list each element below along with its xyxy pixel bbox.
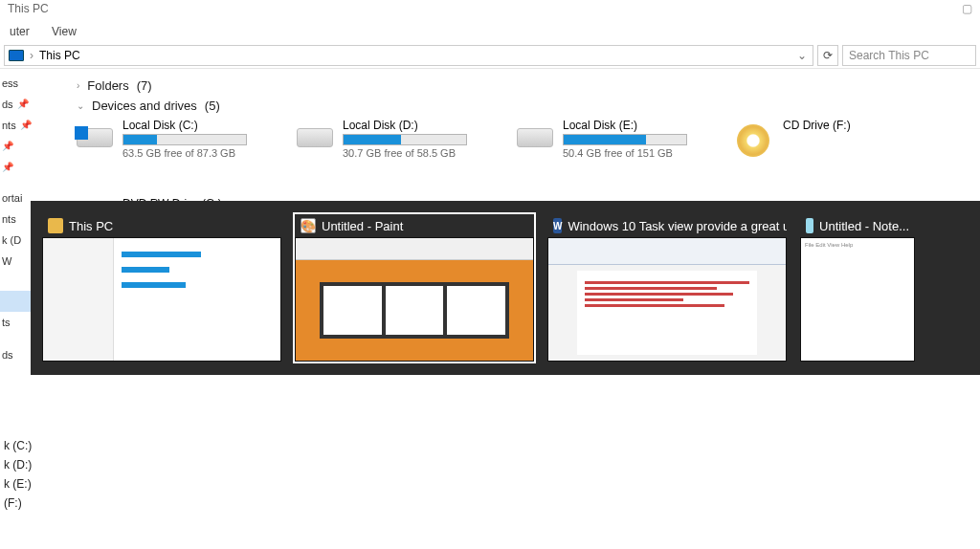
- chevron-right-icon: ›: [77, 80, 79, 91]
- search-placeholder: Search This PC: [849, 49, 929, 62]
- taskview-item-word[interactable]: W Windows 10 Task view provide a great u…: [547, 214, 787, 362]
- chevron-down-icon[interactable]: ⌄: [795, 49, 809, 62]
- drive-usage-bar: [563, 134, 687, 145]
- sidebar-item[interactable]: ess: [0, 73, 48, 94]
- drive-item-d[interactable]: Local Disk (D:) 30.7 GB free of 58.5 GB: [297, 119, 488, 159]
- tab-computer[interactable]: uter: [0, 22, 39, 41]
- drive-free-text: 30.7 GB free of 58.5 GB: [343, 147, 467, 159]
- address-row: › This PC ⌄ ⟳ Search This PC: [0, 42, 980, 69]
- drive-free-text: 63.5 GB free of 87.3 GB: [122, 147, 247, 159]
- pin-icon: 📌: [17, 94, 29, 115]
- drive-usage-bar: [343, 134, 467, 145]
- breadcrumb-sep: ›: [30, 49, 33, 62]
- window-title: This PC: [8, 2, 49, 19]
- taskview-title: Untitled - Note...: [819, 219, 909, 233]
- drive-name: Local Disk (C:): [122, 119, 247, 132]
- taskview-title: Windows 10 Task view provide a great use…: [568, 219, 787, 233]
- taskview-thumbnail: [547, 237, 787, 362]
- drive-name: CD Drive (F:): [783, 119, 851, 132]
- sidebar-item[interactable]: (F:): [0, 494, 32, 513]
- taskview-thumbnail: [42, 237, 281, 362]
- sidebar-lower: k (C:) k (D:) k (E:) (F:): [0, 436, 32, 513]
- pin-icon: 📌: [2, 136, 13, 157]
- taskview-item-notepad[interactable]: Untitled - Note... File Edit View Help: [800, 214, 915, 362]
- section-devices[interactable]: ⌄ Devices and drives (5): [77, 99, 974, 113]
- ribbon-tabs: uter View: [0, 21, 980, 42]
- drive-icon: [77, 124, 113, 151]
- sidebar-item[interactable]: 📌: [0, 136, 48, 157]
- refresh-button[interactable]: ⟳: [817, 45, 838, 66]
- sidebar-item[interactable]: ds📌: [0, 94, 48, 115]
- task-view-overlay: This PC 🎨 Untitled - Paint W Windows 10 …: [31, 201, 980, 375]
- section-count: (5): [205, 99, 220, 113]
- cd-icon: [737, 124, 773, 151]
- drive-icon: [517, 124, 553, 151]
- sidebar-item[interactable]: k (C:): [0, 436, 32, 455]
- search-input[interactable]: Search This PC: [842, 45, 976, 66]
- section-folders[interactable]: › Folders (7): [77, 78, 974, 93]
- maximize-icon[interactable]: ▢: [962, 2, 972, 19]
- drive-usage-bar: [122, 134, 247, 145]
- drive-name: Local Disk (D:): [343, 119, 467, 132]
- chevron-down-icon: ⌄: [77, 100, 84, 111]
- taskview-item-explorer[interactable]: This PC: [42, 214, 281, 362]
- tab-view[interactable]: View: [42, 22, 86, 41]
- sidebar-item[interactable]: 📌: [0, 157, 48, 178]
- paint-icon: 🎨: [301, 218, 316, 233]
- drive-item-f[interactable]: CD Drive (F:): [737, 119, 928, 159]
- drive-name: Local Disk (E:): [563, 119, 687, 132]
- section-count: (7): [137, 78, 152, 93]
- taskview-thumbnail: File Edit View Help: [800, 237, 915, 362]
- pc-icon: [9, 50, 24, 61]
- taskview-title: This PC: [69, 219, 113, 233]
- word-icon: W: [553, 218, 562, 233]
- taskview-item-paint[interactable]: 🎨 Untitled - Paint: [295, 214, 534, 362]
- pin-icon: 📌: [2, 157, 13, 178]
- breadcrumb-location[interactable]: This PC: [39, 49, 80, 62]
- drive-icon: [297, 124, 333, 151]
- explorer-icon: [48, 218, 63, 233]
- address-bar[interactable]: › This PC ⌄: [4, 45, 813, 66]
- drive-item-e[interactable]: Local Disk (E:) 50.4 GB free of 151 GB: [517, 119, 708, 159]
- section-label: Folders: [87, 78, 128, 93]
- sidebar-item[interactable]: k (D:): [0, 455, 32, 474]
- drive-item-c[interactable]: Local Disk (C:) 63.5 GB free of 87.3 GB: [77, 119, 268, 159]
- pin-icon: 📌: [20, 115, 32, 136]
- title-bar: This PC ▢: [0, 0, 980, 21]
- sidebar-item[interactable]: k (E:): [0, 474, 32, 494]
- taskview-title: Untitled - Paint: [322, 219, 403, 233]
- notepad-icon: [806, 218, 813, 233]
- taskview-thumbnail: [295, 237, 534, 362]
- sidebar-item[interactable]: nts📌: [0, 115, 48, 136]
- section-label: Devices and drives: [92, 99, 197, 113]
- drive-free-text: 50.4 GB free of 151 GB: [563, 147, 687, 159]
